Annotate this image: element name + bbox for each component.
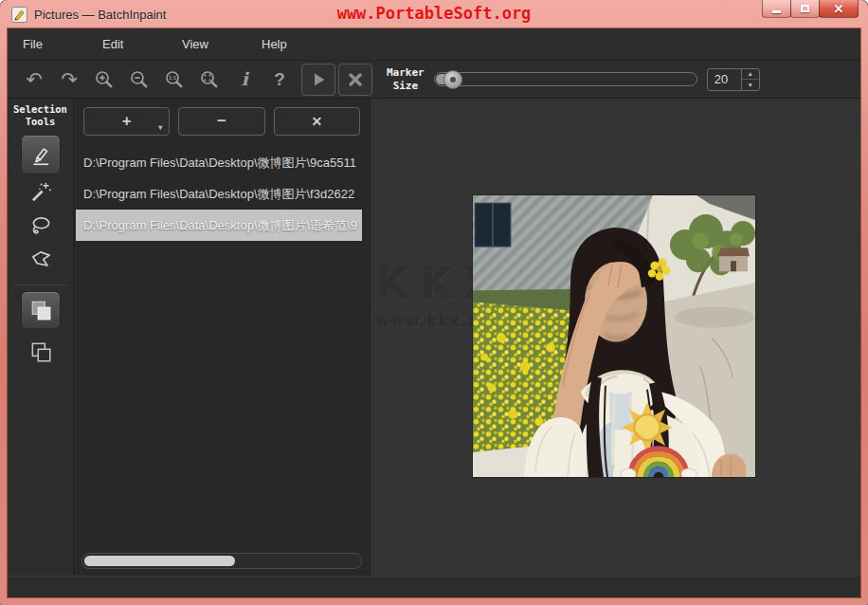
zoom-in-icon — [94, 69, 115, 90]
minimize-icon — [772, 10, 781, 13]
zoom-fit-button[interactable] — [196, 65, 223, 94]
file-list-row[interactable]: D:\Program Files\Data\Desktop\微博图片\f3d26… — [76, 178, 362, 210]
menu-view[interactable]: View — [167, 37, 246, 51]
lasso-icon — [28, 213, 53, 238]
polygon-lasso-tool-button[interactable] — [23, 243, 59, 277]
close-button[interactable]: ✕ — [819, 0, 859, 18]
add-dropdown-caret-icon[interactable]: ▾ — [158, 123, 162, 132]
menu-help[interactable]: Help — [246, 37, 326, 51]
file-list-row-selected[interactable]: D:\Program Files\Data\Desktop\微博图片\语希范\9 — [76, 210, 362, 241]
titlebar-promo-text: www.PortableSoft.org — [337, 4, 532, 23]
remove-file-button[interactable]: − — [178, 107, 264, 136]
info-button[interactable]: i — [231, 65, 258, 94]
spin-down-button[interactable]: ▼ — [742, 80, 759, 90]
play-icon — [309, 70, 328, 89]
zoom-in-button[interactable] — [91, 65, 118, 94]
file-list-row[interactable]: D:\Program Files\Data\Desktop\微博图片\9ca55… — [76, 147, 362, 178]
statusbar — [8, 576, 860, 597]
cancel-button[interactable] — [338, 64, 372, 96]
spin-arrows: ▲ ▼ — [741, 69, 759, 90]
file-list-panel: + ▾ − ✕ D:\Program Files\Data\Desktop\微博… — [74, 99, 371, 576]
scrollbar-thumb[interactable] — [84, 556, 235, 566]
zoom-1to1-icon: 1:1 — [164, 69, 185, 90]
marker-size-label: Marker Size — [387, 66, 425, 93]
add-icon: + — [122, 112, 132, 131]
clear-files-button[interactable]: ✕ — [274, 107, 360, 136]
menu-edit[interactable]: Edit — [87, 37, 167, 51]
undo-icon: ↶ — [26, 69, 43, 89]
spin-up-button[interactable]: ▲ — [742, 69, 759, 81]
cancel-icon — [346, 70, 365, 89]
run-button[interactable] — [301, 64, 335, 96]
marker-icon — [28, 142, 53, 167]
maximize-icon — [801, 5, 809, 12]
slider-knob[interactable] — [443, 70, 462, 89]
selection-tools-sidebar: Selection Tools — [8, 99, 74, 576]
layers-outline-tool-button[interactable] — [21, 333, 61, 371]
tools-divider — [14, 284, 67, 285]
redo-button[interactable]: ↷ — [56, 65, 82, 94]
magic-wand-tool-button[interactable] — [23, 174, 59, 209]
titlebar[interactable]: Pictures — BatchInpaint www.PortableSoft… — [0, 0, 868, 28]
layers-filled-tool-button[interactable] — [21, 291, 61, 329]
minimize-button[interactable] — [762, 0, 791, 18]
clear-icon: ✕ — [311, 114, 322, 129]
zoom-fit-icon — [199, 69, 220, 90]
file-list-buttons: + ▾ − ✕ — [74, 99, 370, 141]
zoom-out-button[interactable] — [126, 65, 153, 94]
app-window: Pictures — BatchInpaint www.PortableSoft… — [0, 0, 868, 605]
slider-track[interactable] — [434, 72, 697, 86]
window-controls: ✕ — [763, 0, 859, 18]
add-files-button[interactable]: + ▾ — [83, 107, 170, 136]
horizontal-scrollbar[interactable] — [81, 553, 362, 569]
file-list: D:\Program Files\Data\Desktop\微博图片\9ca55… — [74, 147, 370, 241]
lasso-tool-button[interactable] — [23, 209, 59, 243]
layers-outline-icon — [28, 339, 53, 364]
marker-tool-button[interactable] — [21, 135, 61, 174]
marker-size-slider[interactable] — [434, 71, 697, 88]
preview-image[interactable] — [473, 195, 755, 477]
info-icon: i — [241, 70, 247, 88]
marker-size-spinbox[interactable]: 20 ▲ ▼ — [707, 68, 760, 91]
window-title: Pictures — BatchInpaint — [34, 8, 166, 22]
layers-filled-icon — [28, 298, 53, 322]
polygon-lasso-icon — [28, 248, 53, 272]
marker-size-value[interactable]: 20 — [708, 69, 741, 90]
maximize-button[interactable] — [790, 0, 820, 18]
menubar: File Edit View Help — [8, 28, 860, 61]
toolbar: ↶ ↷ 1:1 i ? — [8, 61, 860, 99]
menu-file[interactable]: File — [8, 37, 87, 51]
remove-icon: − — [217, 112, 226, 131]
help-button[interactable]: ? — [266, 65, 293, 94]
zoom-out-icon — [129, 69, 150, 90]
svg-text:1:1: 1:1 — [169, 75, 176, 81]
zoom-actual-button[interactable]: 1:1 — [161, 65, 188, 94]
help-icon: ? — [274, 70, 285, 88]
sidebar-title: Selection Tools — [13, 103, 67, 127]
redo-icon: ↷ — [61, 69, 78, 89]
undo-button[interactable]: ↶ — [21, 65, 47, 94]
magic-wand-icon — [28, 179, 53, 204]
canvas-area[interactable]: KKX www.kkx.net — [371, 99, 860, 576]
app-icon — [11, 7, 27, 23]
close-icon: ✕ — [834, 2, 844, 16]
